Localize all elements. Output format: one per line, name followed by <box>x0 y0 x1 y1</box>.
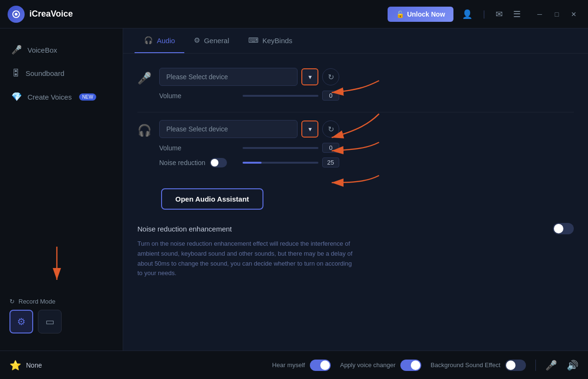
voice-effect-area: ⭐ None <box>9 360 42 371</box>
headphone-device-icon: 🎧 <box>137 124 152 137</box>
screen-icon: ▭ <box>45 316 54 327</box>
lock-icon: 🔓 <box>396 10 404 18</box>
app-logo: iCreaVoice <box>8 6 73 23</box>
audio-assistant-button[interactable]: Open Audio Assistant <box>161 188 263 210</box>
enhancement-row: Noise reduction enhancement <box>137 223 574 234</box>
microphone-section: 🎤 Please Select device ▾ ↻ <box>137 68 574 101</box>
headphone-placeholder: Please Select device <box>166 125 228 133</box>
background-sound-label: Background Sound Effect <box>431 361 500 369</box>
mic-dropdown-btn[interactable]: ▾ <box>301 68 318 85</box>
record-mode-label: ↻ Record Mode <box>9 298 113 305</box>
headphone-refresh-btn[interactable]: ↻ <box>322 120 339 138</box>
titlebar-icons: 👤 | ✉ ☰ <box>459 7 524 21</box>
chevron-down-icon2: ▾ <box>308 125 312 133</box>
headphone-volume-slider[interactable] <box>243 147 318 149</box>
headphone-select-row: Please Select device ▾ ↻ <box>159 120 339 138</box>
sidebar-item-soundboard[interactable]: 🎛 Soundboard <box>0 62 123 85</box>
sidebar: 🎤 VoiceBox 🎛 Soundboard 💎 Create Voices … <box>0 28 123 351</box>
sidebar-label-soundboard: Soundboard <box>26 69 64 77</box>
mic-volume-row: Volume 0 <box>159 91 339 101</box>
chevron-down-icon: ▾ <box>308 73 312 81</box>
settings-icon: ⚙ <box>194 36 200 45</box>
mail-icon[interactable]: ✉ <box>493 7 506 21</box>
app-title: iCreaVoice <box>29 9 73 19</box>
tabs-bar: 🎧 Audio ⚙ General ⌨ KeyBinds <box>123 28 588 54</box>
new-badge: NEW <box>79 93 96 101</box>
headphones-icon: 🎧 <box>144 36 153 45</box>
noise-toggle[interactable] <box>210 158 227 167</box>
headphone-volume-value: 0 <box>322 143 339 153</box>
unlock-button[interactable]: 🔓 Unlock Now <box>388 7 453 22</box>
user-icon[interactable]: 👤 <box>459 7 475 21</box>
noise-slider[interactable] <box>243 162 318 164</box>
svg-point-1 <box>15 13 18 16</box>
tab-keybinds[interactable]: ⌨ KeyBinds <box>239 28 302 53</box>
mic-volume-slider[interactable] <box>243 95 318 97</box>
hear-myself-group: Hear myself <box>272 360 330 371</box>
hear-myself-label: Hear myself <box>272 361 305 369</box>
noise-row: Noise reduction 25 <box>159 157 339 167</box>
headphone-volume-label: Volume <box>159 144 181 152</box>
sidebar-label-voicebox: VoiceBox <box>27 46 57 54</box>
mic-device-icon: 🎤 <box>137 72 152 85</box>
menu-icon[interactable]: ☰ <box>510 7 524 21</box>
sidebar-item-voicebox[interactable]: 🎤 VoiceBox <box>0 38 123 62</box>
microphone-bottom-icon[interactable]: 🎤 <box>545 360 557 371</box>
refresh-icon: ↻ <box>328 73 334 82</box>
sidebar-item-create-voices[interactable]: 💎 Create Voices NEW <box>0 85 123 109</box>
apply-voice-toggle[interactable] <box>400 360 421 371</box>
enhancement-label: Noise reduction enhancement <box>137 225 232 233</box>
content-body: 🎤 Please Select device ▾ ↻ <box>123 54 588 293</box>
microphone-icon: 🎤 <box>11 45 22 55</box>
tab-audio[interactable]: 🎧 Audio <box>135 28 184 53</box>
headphone-volume-row: Volume 0 <box>159 143 339 153</box>
mic-controls: Please Select device ▾ ↻ Volume <box>159 68 339 101</box>
sidebar-label-create-voices: Create Voices <box>27 93 72 101</box>
record-buttons: ⚙ ▭ <box>9 310 113 333</box>
settings-record-btn[interactable]: ⚙ <box>9 310 33 333</box>
noise-label: Noise reduction <box>159 158 227 167</box>
maximize-button[interactable]: □ <box>550 8 563 21</box>
record-mode-icon: ↻ <box>9 298 15 305</box>
enhancement-section: Noise reduction enhancement Turn on the … <box>137 223 574 278</box>
headphone-select-display: Please Select device <box>159 120 298 138</box>
mic-select-row: Please Select device ▾ ↻ <box>159 68 339 86</box>
content-area: 🎧 Audio ⚙ General ⌨ KeyBinds 🎤 Please <box>123 28 588 351</box>
soundboard-icon: 🎛 <box>11 68 20 78</box>
background-sound-toggle[interactable] <box>505 360 526 371</box>
mic-refresh-btn[interactable]: ↻ <box>322 68 339 85</box>
tab-general[interactable]: ⚙ General <box>184 28 238 53</box>
create-voices-icon: 💎 <box>11 92 22 102</box>
separator: | <box>480 7 488 21</box>
close-button[interactable]: ✕ <box>567 8 580 21</box>
hear-myself-toggle[interactable] <box>310 360 331 371</box>
bottom-controls: Hear myself Apply voice changer Backgrou… <box>272 360 579 371</box>
titlebar: iCreaVoice 🔓 Unlock Now 👤 | ✉ ☰ ─ □ ✕ <box>0 0 588 28</box>
mic-select-display: Please Select device <box>159 68 298 86</box>
gear-icon: ⚙ <box>17 316 26 327</box>
star-icon: ⭐ <box>9 360 21 371</box>
mic-volume-value: 0 <box>322 91 339 101</box>
headphone-dropdown-btn[interactable]: ▾ <box>301 120 318 138</box>
noise-value: 25 <box>322 157 339 167</box>
sidebar-bottom: ↻ Record Mode ⚙ ▭ <box>0 298 123 341</box>
main-layout: 🎤 VoiceBox 🎛 Soundboard 💎 Create Voices … <box>0 28 588 351</box>
keyboard-icon: ⌨ <box>248 36 259 45</box>
logo-icon <box>8 6 25 23</box>
headphone-controls: Please Select device ▾ ↻ Volume <box>159 120 339 167</box>
voice-effect-name: None <box>26 361 42 369</box>
screen-record-btn[interactable]: ▭ <box>38 310 62 333</box>
minimize-button[interactable]: ─ <box>533 8 546 21</box>
window-controls: ─ □ ✕ <box>533 8 580 21</box>
headphone-section: 🎧 Please Select device ▾ ↻ <box>137 120 574 167</box>
bottombar: ⭐ None Hear myself Apply voice changer B… <box>0 351 588 379</box>
enhancement-toggle[interactable] <box>553 223 574 234</box>
refresh-icon2: ↻ <box>328 125 334 134</box>
bottom-divider <box>535 360 536 371</box>
background-sound-group: Background Sound Effect <box>431 360 526 371</box>
mic-volume-label: Volume <box>159 92 181 100</box>
apply-voice-group: Apply voice changer <box>340 360 421 371</box>
titlebar-right: 🔓 Unlock Now 👤 | ✉ ☰ ─ □ ✕ <box>388 7 580 22</box>
volume-bottom-icon[interactable]: 🔊 <box>567 360 579 371</box>
apply-voice-label: Apply voice changer <box>340 361 396 369</box>
